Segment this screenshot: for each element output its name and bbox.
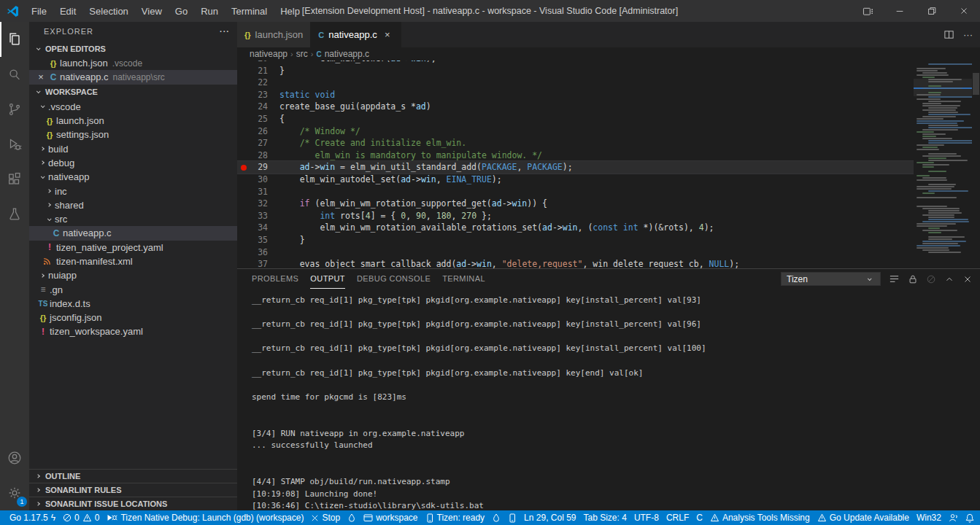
breadcrumb-item[interactable]: nativeapp bbox=[250, 49, 288, 59]
code-line-24[interactable]: 24create_base_gui(appdata_s *ad) bbox=[237, 101, 914, 113]
tree-item-.vscode[interactable]: .vscode bbox=[29, 100, 237, 114]
editor-more-actions-icon[interactable]: ··· bbox=[963, 29, 973, 40]
status-stop-button[interactable]: Stop bbox=[307, 510, 344, 525]
output-log[interactable]: __return_cb req_id[1] pkg_type[tpk] pkgi… bbox=[237, 289, 980, 510]
tree-item-tizen_workspace.yaml[interactable]: !tizen_workspace.yaml bbox=[29, 324, 237, 338]
close-window-button[interactable] bbox=[948, 0, 980, 22]
status-flame-left[interactable] bbox=[344, 510, 360, 525]
status-workspace[interactable]: workspace bbox=[360, 510, 421, 525]
open-editors-header[interactable]: OPEN EDITORS bbox=[29, 41, 237, 56]
settings-gear-icon[interactable]: 1 bbox=[0, 475, 29, 510]
layout-icon[interactable] bbox=[852, 0, 884, 22]
code-editor[interactable]: 20 elm_win_lower(ad->win);21}2223static … bbox=[237, 61, 980, 268]
code-line-31[interactable]: 31 bbox=[237, 186, 914, 198]
status-platform[interactable]: Win32 bbox=[913, 510, 945, 525]
testing-beaker-icon[interactable] bbox=[0, 197, 29, 232]
tree-item-nuiapp[interactable]: nuiapp bbox=[29, 268, 237, 282]
tree-item-inc[interactable]: inc bbox=[29, 184, 237, 198]
open-editor-nativeapp.c[interactable]: ×Cnativeapp.cnativeapp\src bbox=[29, 70, 237, 84]
panel-tab-problems[interactable]: PROBLEMS bbox=[252, 269, 298, 289]
status-tab-size[interactable]: Tab Size: 4 bbox=[580, 510, 630, 525]
tree-item-nativeapp.c[interactable]: Cnativeapp.c bbox=[29, 226, 237, 240]
tree-item-src[interactable]: src bbox=[29, 212, 237, 226]
editor-scrollbar[interactable] bbox=[972, 61, 980, 268]
breadcrumb-item[interactable]: nativeapp.c bbox=[325, 49, 369, 59]
tree-item-settings.json[interactable]: {}settings.json bbox=[29, 128, 237, 141]
code-line-32[interactable]: 32 if (elm_win_wm_rotation_supported_get… bbox=[237, 198, 914, 210]
code-line-26[interactable]: 26 /* Window */ bbox=[237, 125, 914, 138]
section-outline[interactable]: OUTLINE bbox=[29, 469, 237, 483]
status-tizen-ready[interactable]: Tizen: ready bbox=[422, 510, 489, 525]
restore-button[interactable] bbox=[916, 0, 948, 22]
code-line-33[interactable]: 33 int rots[4] = { 0, 90, 180, 270 }; bbox=[237, 210, 914, 222]
menu-view[interactable]: View bbox=[135, 6, 169, 17]
tree-item-nativeapp[interactable]: nativeapp bbox=[29, 170, 237, 184]
split-editor-icon[interactable] bbox=[944, 29, 954, 40]
code-line-35[interactable]: 35 } bbox=[237, 234, 914, 246]
tab-nativeapp-c[interactable]: C nativeapp.c × bbox=[311, 22, 401, 47]
lock-scroll-icon[interactable] bbox=[908, 274, 918, 284]
tree-item-launch.json[interactable]: {}launch.json bbox=[29, 114, 237, 128]
breadcrumb-item[interactable]: src bbox=[296, 49, 308, 59]
panel-tab-terminal[interactable]: TERMINAL bbox=[442, 269, 485, 289]
account-icon[interactable] bbox=[0, 440, 29, 475]
tree-item-build[interactable]: build bbox=[29, 141, 237, 155]
open-editor-launch.json[interactable]: {}launch.json.vscode bbox=[29, 56, 237, 70]
status-cursor-position[interactable]: Ln 29, Col 59 bbox=[520, 510, 579, 525]
minimize-button[interactable] bbox=[884, 0, 916, 22]
code-line-22[interactable]: 22 bbox=[237, 77, 914, 89]
run-and-debug-icon[interactable] bbox=[0, 127, 29, 162]
status-go-version[interactable]: Go 1.17.5ϟ bbox=[6, 510, 59, 525]
code-line-23[interactable]: 23static void bbox=[237, 89, 914, 101]
tree-item-tizen-manifest.xml[interactable]: tizen-manifest.xml bbox=[29, 254, 237, 268]
menu-go[interactable]: Go bbox=[169, 6, 194, 17]
status-problems[interactable]: 0 0 bbox=[59, 510, 103, 525]
status-flame-right[interactable] bbox=[488, 510, 504, 525]
tree-item-shared[interactable]: shared bbox=[29, 198, 237, 212]
status-language-mode[interactable]: C bbox=[692, 510, 706, 525]
code-line-28[interactable]: 28 elm_win is mandatory to manipulate wi… bbox=[237, 149, 914, 162]
search-icon[interactable] bbox=[0, 57, 29, 92]
tree-item-index.d.ts[interactable]: TSindex.d.ts bbox=[29, 297, 237, 311]
minimap[interactable] bbox=[914, 61, 972, 268]
workspace-header[interactable]: WORKSPACE bbox=[29, 85, 237, 100]
status-go-update[interactable]: Go Update Available bbox=[814, 510, 913, 525]
menu-selection[interactable]: Selection bbox=[82, 6, 134, 17]
tree-item-tizen_native_project.yaml[interactable]: !tizen_native_project.yaml bbox=[29, 241, 237, 254]
tree-item-.gn[interactable]: ≡.gn bbox=[29, 282, 237, 296]
tab-launch-json[interactable]: {} launch.json bbox=[237, 22, 311, 47]
source-control-icon[interactable] bbox=[0, 92, 29, 127]
code-line-27[interactable]: 27 /* Create and initialize elm_win. bbox=[237, 137, 914, 149]
status-feedback[interactable] bbox=[945, 510, 962, 525]
status-debug-launch[interactable]: Tizen Native Debug: Launch (gdb) (worksp… bbox=[103, 510, 307, 525]
status-analysis-warning[interactable]: Analysis Tools Missing bbox=[706, 510, 814, 525]
output-channel-dropdown[interactable]: Tizen bbox=[781, 272, 881, 286]
explorer-icon[interactable] bbox=[0, 22, 29, 57]
extensions-icon[interactable] bbox=[0, 162, 29, 197]
maximize-panel-icon[interactable] bbox=[944, 274, 954, 284]
section-sonarlint-rules[interactable]: SONARLINT RULES bbox=[29, 483, 237, 497]
status-notifications[interactable] bbox=[962, 510, 978, 525]
menu-edit[interactable]: Edit bbox=[53, 6, 82, 17]
section-sonarlint-issue-locations[interactable]: SONARLINT ISSUE LOCATIONS bbox=[29, 497, 237, 510]
code-line-25[interactable]: 25{ bbox=[237, 113, 914, 125]
menu-run[interactable]: Run bbox=[194, 6, 225, 17]
panel-tab-output[interactable]: OUTPUT bbox=[310, 269, 345, 289]
close-panel-icon[interactable] bbox=[962, 274, 973, 284]
code-line-30[interactable]: 30 elm_win_autodel_set(ad->win, EINA_TRU… bbox=[237, 174, 914, 186]
clear-output-icon[interactable] bbox=[926, 274, 936, 284]
menu-terminal[interactable]: Terminal bbox=[225, 6, 274, 17]
tree-item-debug[interactable]: debug bbox=[29, 156, 237, 170]
close-tab-icon[interactable]: × bbox=[382, 29, 393, 40]
code-line-37[interactable]: 37 evas_object_smart_callback_add(ad->wi… bbox=[237, 258, 914, 268]
code-line-21[interactable]: 21} bbox=[237, 65, 914, 77]
code-line-36[interactable]: 36 bbox=[237, 246, 914, 259]
sidebar-more-actions-icon[interactable]: ··· bbox=[220, 27, 230, 36]
word-wrap-icon[interactable] bbox=[889, 273, 900, 284]
code-line-34[interactable]: 34 elm_win_wm_rotation_available_rotatio… bbox=[237, 222, 914, 234]
tree-item-jsconfig.json[interactable]: {}jsconfig.json bbox=[29, 311, 237, 324]
menu-file[interactable]: File bbox=[25, 6, 53, 17]
code-line-29[interactable]: 29 ad->win = elm_win_util_standard_add(P… bbox=[237, 161, 914, 174]
scrollbar-thumb[interactable] bbox=[973, 73, 979, 95]
status-encoding[interactable]: UTF-8 bbox=[630, 510, 663, 525]
